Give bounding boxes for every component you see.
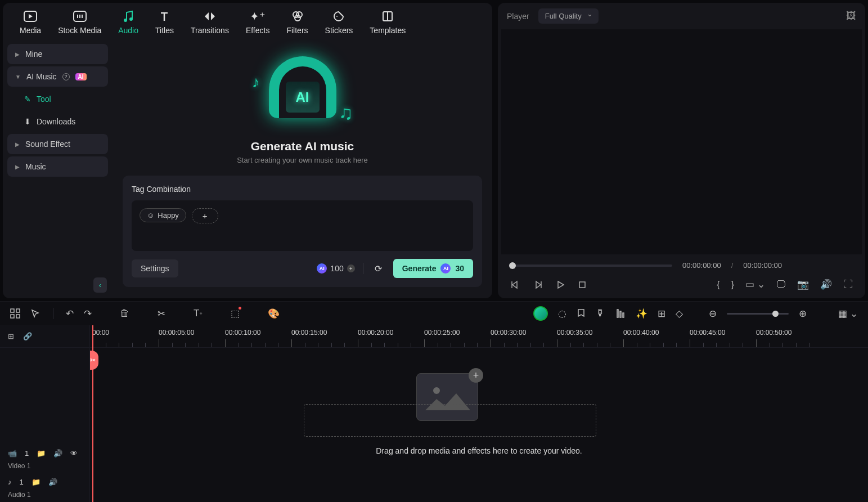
add-credits-button[interactable]: +	[347, 265, 355, 272]
tab-label: Templates	[370, 26, 406, 35]
drop-hint-text: Drag and drop media and effects here to …	[90, 446, 868, 455]
collapse-sidebar-button[interactable]: ‹	[93, 277, 107, 293]
audio-mixer-button[interactable]	[615, 308, 626, 319]
sidebar-item-tool[interactable]: ✎ Tool	[7, 89, 108, 109]
refresh-button[interactable]: ⟳	[371, 263, 385, 274]
marker-button[interactable]	[577, 308, 586, 319]
fullscreen-button[interactable]: ⛶	[843, 279, 853, 290]
display-button[interactable]: 🖵	[776, 279, 786, 290]
mute-icon[interactable]: 🔊	[48, 478, 57, 486]
svg-rect-17	[11, 309, 14, 312]
ruler-timestamp: 00:00:50:00	[756, 329, 791, 337]
divider	[363, 263, 363, 274]
audio-track-header[interactable]: ♪1 📁 🔊	[0, 473, 89, 491]
video-track-header[interactable]: 📹1 📁 🔊 👁	[0, 445, 89, 462]
ai-music-content: ♪ AI ♫ Generate AI music Start creating …	[113, 39, 492, 298]
track-number: 1	[20, 478, 24, 486]
play-button[interactable]	[555, 280, 565, 290]
adjust-button[interactable]: ⊞	[658, 308, 665, 320]
folder-icon[interactable]: 📁	[32, 478, 41, 486]
sidebar-item-ai-music[interactable]: ▼ AI Music ? AI	[7, 66, 108, 87]
mark-out-button[interactable]: }	[731, 279, 735, 290]
playhead[interactable]: ✂	[92, 325, 93, 502]
seek-handle[interactable]	[509, 262, 516, 269]
player-viewport[interactable]	[501, 29, 862, 254]
sidebar-item-music[interactable]: ▶ Music	[7, 156, 108, 177]
svg-point-4	[129, 17, 133, 21]
folder-icon[interactable]: 📁	[37, 449, 46, 458]
toolbar-divider	[53, 308, 53, 319]
sidebar-label: Mine	[25, 50, 42, 59]
sidebar-item-downloads[interactable]: ⬇ Downloads	[7, 111, 108, 132]
seek-bar[interactable]	[509, 265, 672, 267]
volume-button[interactable]: 🔊	[820, 279, 832, 290]
delete-button[interactable]: 🗑	[120, 308, 129, 319]
audio-track-icon: ♪	[8, 478, 12, 486]
add-tag-button[interactable]: +	[192, 208, 218, 223]
next-frame-button[interactable]	[533, 280, 543, 290]
timeline-ruler[interactable]: 00:0000:00:05:0000:00:10:0000:00:15:0000…	[90, 325, 868, 348]
aspect-ratio-button[interactable]: ▭ ⌄	[745, 279, 765, 290]
mute-icon[interactable]: 🔊	[53, 449, 62, 458]
player-panel: Player Full Quality 🖼 00:00:00:00 / 00:0…	[498, 3, 865, 298]
zoom-handle[interactable]	[772, 311, 779, 317]
tab-templates[interactable]: Templates	[370, 10, 406, 35]
quality-dropdown[interactable]: Full Quality	[538, 8, 599, 24]
add-track-icon[interactable]: ⊞	[8, 332, 14, 340]
add-media-button[interactable]: +	[469, 368, 483, 383]
snapshot-button[interactable]: 📷	[797, 279, 809, 290]
voiceover-button[interactable]: 🎙	[596, 308, 605, 319]
playhead-handle[interactable]: ✂	[90, 351, 98, 370]
text-tool-button[interactable]: T+	[194, 308, 203, 319]
generate-cost: 30	[455, 264, 464, 273]
zoom-in-button[interactable]: ⊕	[799, 308, 807, 320]
tab-titles[interactable]: Titles	[155, 10, 174, 35]
tag-chip-happy[interactable]: ☺ Happy	[140, 208, 186, 222]
mark-in-button[interactable]: {	[717, 279, 720, 290]
tag-input-area[interactable]: ☺ Happy +	[132, 200, 473, 251]
settings-button[interactable]: Settings	[132, 259, 178, 277]
selection-tool-icon[interactable]	[30, 308, 41, 319]
generate-subtitle: Start creating your own music track here	[237, 156, 368, 164]
keyframe-button[interactable]: ◇	[676, 308, 683, 320]
tab-stickers[interactable]: Stickers	[325, 10, 353, 35]
ai-badge: AI	[75, 73, 87, 80]
zoom-out-button[interactable]: ⊖	[709, 308, 717, 320]
view-mode-button[interactable]: ▦ ⌄	[838, 308, 858, 320]
timeline-tracks[interactable]: 00:0000:00:05:0000:00:10:0000:00:15:0000…	[90, 325, 868, 502]
current-time: 00:00:00:00	[682, 261, 721, 270]
svg-rect-19	[11, 315, 14, 318]
render-button[interactable]: ◌	[558, 308, 566, 320]
generate-button[interactable]: Generate AI 30	[393, 259, 473, 278]
auto-beat-button[interactable]: ✨	[636, 308, 647, 320]
svg-rect-18	[16, 309, 20, 312]
sidebar-item-mine[interactable]: ▶ Mine	[7, 44, 108, 64]
tab-filters[interactable]: Filters	[286, 10, 308, 35]
snapshot-gallery-button[interactable]: 🖼	[846, 10, 856, 22]
redo-button[interactable]: ↷	[84, 308, 92, 320]
titles-icon	[159, 10, 170, 23]
color-tool-button[interactable]: 🎨	[268, 308, 280, 320]
stop-button[interactable]	[578, 280, 587, 289]
video-track-label: Video 1	[0, 462, 89, 473]
split-button[interactable]: ✂	[158, 308, 165, 320]
layout-icon[interactable]	[10, 308, 20, 319]
crop-button[interactable]: ⬚	[231, 308, 240, 320]
ai-assistant-button[interactable]	[533, 306, 548, 321]
link-tracks-icon[interactable]: 🔗	[23, 332, 32, 340]
sidebar-item-sound-effect[interactable]: ▶ Sound Effect	[7, 134, 108, 154]
ruler-timestamp: 00:00:10:00	[225, 329, 260, 337]
undo-button[interactable]: ↶	[66, 308, 74, 320]
tab-media[interactable]: Media	[20, 10, 41, 35]
music-note-icon: ♫	[339, 102, 353, 124]
visibility-icon[interactable]: 👁	[70, 449, 78, 458]
tab-effects[interactable]: ✦⁺ Effects	[246, 10, 270, 35]
effects-icon: ✦⁺	[250, 10, 266, 23]
drop-zone[interactable]	[304, 404, 596, 437]
tab-transitions[interactable]: Transitions	[191, 10, 229, 35]
tab-audio[interactable]: Audio	[118, 10, 138, 35]
help-icon[interactable]: ?	[62, 73, 70, 80]
prev-frame-button[interactable]	[510, 280, 520, 290]
zoom-slider[interactable]	[727, 313, 789, 315]
tab-stock-media[interactable]: Stock Media	[58, 10, 101, 35]
